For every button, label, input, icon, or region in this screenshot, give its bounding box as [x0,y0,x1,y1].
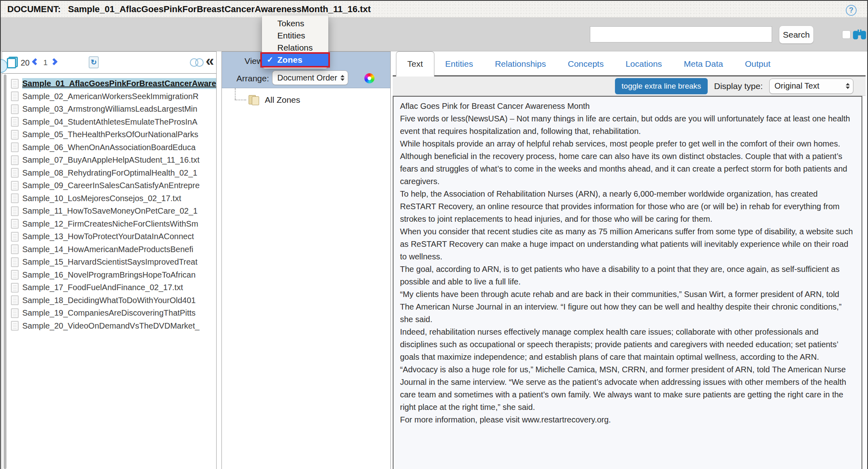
file-name: Sample_05_TheHealthPerksOfOurNationalPar… [22,129,216,140]
search-input[interactable] [590,26,772,42]
file-name: Sample_01_AflacGoesPinkForBreastCancerAw… [22,78,216,89]
next-page-icon[interactable] [50,58,57,65]
document-icon [11,283,19,293]
document-icon [11,244,19,254]
content-tab[interactable]: Text [396,51,434,76]
file-list-item[interactable]: Sample_04_StudentAthletesEmulateTheProsI… [11,116,216,129]
refresh-icon[interactable]: ↻ [89,56,99,68]
file-name: Sample_09_CareerInSalesCanSatisfyAnEntre… [22,180,216,191]
view-menu-item[interactable]: Tokens [262,17,328,30]
checkmark-icon: ✓ [267,54,273,66]
document-count: 20 [21,58,30,68]
zones-tree: All Zones [222,88,390,106]
file-name: Sample_11_HowToSaveMoneyOnPetCare_02_1 [22,206,216,216]
previous-page-icon[interactable] [32,58,39,65]
text-paragraph: The goal, according to ARN, is to get pa… [400,263,855,288]
content-tab[interactable]: Entities [434,53,484,75]
file-name: Sample_04_StudentAthletesEmulateTheProsI… [22,117,216,127]
file-list-item[interactable]: Sample_06_WhenOnAnAssociationBoardEduca [11,141,216,154]
content-tab[interactable]: Relationships [484,53,557,75]
binoculars-icon[interactable] [853,29,866,40]
document-icon [11,168,19,178]
text-toolbar: toggle extra line breaks Display type: O… [393,76,866,96]
file-name: Sample_14_HowAmericanMadeProductsBenefi [22,244,216,255]
file-list-item[interactable]: Sample_17_FoodFuelAndFinance_02_17.txt [11,281,216,294]
file-list-item[interactable]: Sample_13_HowToProtectYourDataInAConnect [11,230,216,243]
tree-root-row[interactable]: All Zones [235,94,390,106]
file-name: Sample_18_DecidingWhatToDoWithYourOld401 [22,295,216,306]
file-list-item[interactable]: Sample_14_HowAmericanMadeProductsBenefi [11,243,216,256]
document-icon [11,155,19,165]
arrange-select[interactable]: Document Order [272,70,348,85]
zones-panel: View: Arrange: Document Order All Zones [221,51,391,469]
file-name: Sample_17_FoodFuelAndFinance_02_17.txt [22,282,216,293]
document-icon [11,257,19,267]
page-number: 1 [43,58,48,67]
file-list-panel: 20 1 ↻ « Sample_01_AflacGoesPinkForBreas… [2,51,217,469]
document-label: DOCUMENT: [7,4,61,15]
content-tab[interactable]: Meta Data [673,53,734,75]
file-name: Sample_20_VideoOnDemandVsTheDVDMarket_ [22,320,216,331]
view-menu-item[interactable]: Entities [262,30,328,42]
text-paragraph: For more information, please visit www.r… [400,414,855,426]
file-name: Sample_19_CompaniesAreDiscoveringThatPit… [22,308,216,318]
content-tab[interactable]: Concepts [557,53,615,75]
document-icon [11,206,19,216]
display-type-select[interactable]: Original Text [769,79,853,94]
document-icon [11,193,19,203]
content-panel: TextEntitiesRelationshipsConceptsLocatio… [393,51,866,469]
text-paragraph: Aflac Goes Pink for Breast Cancer Awaren… [400,100,855,112]
file-list-item[interactable]: Sample_08_RehydratingForOptimalHealth_02… [11,167,216,180]
document-icon [11,219,19,229]
document-icon [11,181,19,191]
file-list-toolbar: 20 1 ↻ « [2,52,216,74]
file-name: Sample_06_WhenOnAnAssociationBoardEduca [22,142,216,153]
view-menu-item[interactable]: ✓ Zones [262,54,328,66]
document-icon [11,130,19,140]
file-list-item[interactable]: Sample_02_AmericanWorkersSeekImmigration… [11,90,216,103]
file-name: Sample_15_HarvardScientistSaysImprovedTr… [22,257,216,267]
content-tab[interactable]: Output [734,53,781,75]
documents-icon[interactable] [7,57,18,68]
file-list-item[interactable]: Sample_12_FirmCreatesNicheForClientsWith… [11,218,216,231]
file-list-item[interactable]: Sample_20_VideoOnDemandVsTheDVDMarket_ [11,320,216,333]
document-icon [11,142,19,152]
document-icon [11,321,19,331]
search-option-checkbox[interactable] [842,30,851,39]
file-name: Sample_16_NovelProgramBringsHopeToAfrica… [22,270,216,280]
file-list-item[interactable]: Sample_18_DecidingWhatToDoWithYourOld401 [11,294,216,307]
view-menu-item[interactable]: Relations [262,42,328,54]
search-button[interactable]: Search [779,25,814,44]
document-icon [11,79,19,89]
toggle-line-breaks-button[interactable]: toggle extra line breaks [615,78,707,94]
text-paragraph: “Advocacy is also a huge role for us,” M… [400,363,855,414]
color-wheel-icon[interactable] [364,73,374,83]
view-menu-item-label: Tokens [277,19,304,28]
file-list-item[interactable]: Sample_16_NovelProgramBringsHopeToAfrica… [11,269,216,282]
content-tab[interactable]: Locations [615,53,673,75]
collapse-panel-icon[interactable]: « [206,53,214,70]
file-list-item[interactable]: Sample_05_TheHealthPerksOfOurNationalPar… [11,128,216,141]
text-paragraph: To help, the Association of Rehabilitati… [400,188,855,225]
file-list: Sample_01_AflacGoesPinkForBreastCancerAw… [2,74,216,469]
file-list-item[interactable]: Sample_19_CompaniesAreDiscoveringThatPit… [11,307,216,320]
arrange-label: Arrange: [236,74,269,83]
file-list-item[interactable]: Sample_03_ArmstrongWilliamsLeadsLargestM… [11,103,216,116]
document-text-area[interactable]: Aflac Goes Pink for Breast Cancer Awaren… [393,96,862,469]
document-icon [11,117,19,127]
app-window: DOCUMENT: Sample_01_AflacGoesPinkForBrea… [0,0,868,469]
file-list-item[interactable]: Sample_01_AflacGoesPinkForBreastCancerAw… [11,77,216,90]
document-icon [11,270,19,280]
file-list-item[interactable]: Sample_09_CareerInSalesCanSatisfyAnEntre… [11,179,216,192]
toggle-view-icon[interactable] [190,58,204,67]
file-list-item[interactable]: Sample_15_HarvardScientistSaysImprovedTr… [11,256,216,269]
file-list-item[interactable]: Sample_10_LosMejoresConsejos_02_17.txt [11,192,216,205]
file-name: Sample_13_HowToProtectYourDataInAConnect [22,231,216,242]
text-paragraph: When you consider that recent studies ci… [400,225,855,263]
tree-root-label: All Zones [265,95,300,105]
help-icon[interactable]: ? [846,5,857,16]
document-icon [11,91,19,101]
file-list-item[interactable]: Sample_11_HowToSaveMoneyOnPetCare_02_1 [11,205,216,218]
folder-icon [249,95,260,105]
file-list-item[interactable]: Sample_07_BuyAnAppleHelpAStudent_11_16.t… [11,154,216,167]
